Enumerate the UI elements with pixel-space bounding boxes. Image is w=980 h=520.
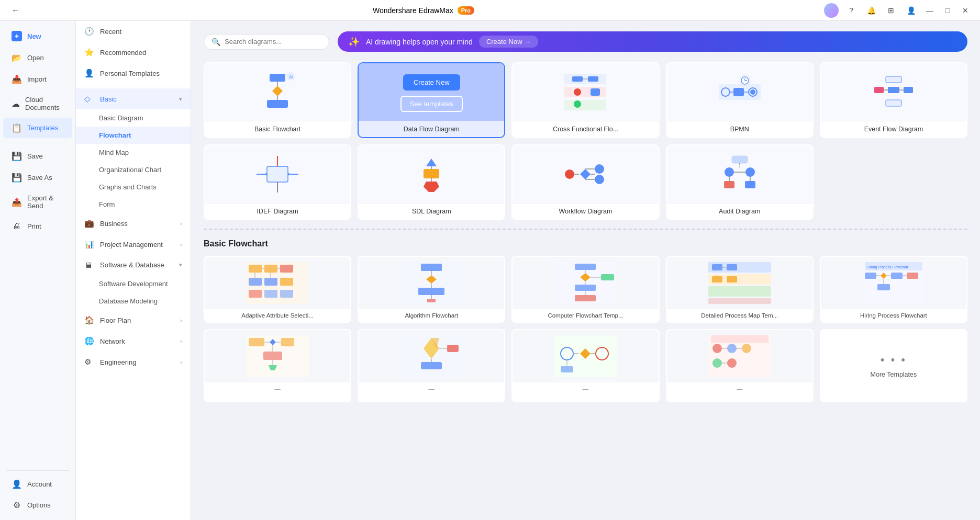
sidebar-item-import[interactable]: 📥 Import xyxy=(3,69,72,89)
svg-rect-65 xyxy=(264,265,277,273)
card-bpmn[interactable]: BPMN xyxy=(666,62,814,138)
titlebar: ← Wondershare EdrawMax Pro ? 🔔 ⊞ 👤 — □ ✕ xyxy=(0,0,980,21)
sidebar-item-export[interactable]: 📤 Export & Send xyxy=(3,189,72,215)
grid-button[interactable]: ⊞ xyxy=(884,3,898,18)
mid-item-business[interactable]: 💼 Business › xyxy=(76,213,191,234)
mid-item-personal[interactable]: 👤 Personal Templates xyxy=(76,63,191,84)
mid-sub-db-model[interactable]: Database Modeling xyxy=(76,292,191,310)
template-card-t7[interactable]: — xyxy=(358,329,505,402)
card-basic-flowchart[interactable]: AI Basic Flowchart xyxy=(204,62,351,138)
template-card-t5[interactable]: Hiring Process Flowchart Hiring Process … xyxy=(820,256,967,323)
cloud-icon: ☁ xyxy=(12,99,20,109)
ai-banner[interactable]: ✨ AI drawing helps open your mind Create… xyxy=(338,31,967,52)
mid-sub-orgchart-label: Organizational Chart xyxy=(99,166,161,174)
template-card-t3[interactable]: Computer Flowchart Temp... xyxy=(511,256,659,323)
svg-marker-48 xyxy=(580,169,591,179)
mid-sub-mindmap-label: Mind Map xyxy=(99,149,129,156)
mid-item-software-label: Software & Database xyxy=(100,261,164,269)
mid-item-project[interactable]: 📊 Project Management › xyxy=(76,234,191,255)
svg-rect-27 xyxy=(874,87,884,93)
mid-sub-form[interactable]: Form xyxy=(76,196,191,213)
mid-sub-orgchart[interactable]: Organizational Chart xyxy=(76,161,191,178)
mid-item-floorplan[interactable]: 🏠 Floor Plan › xyxy=(76,310,191,331)
template-card-t4[interactable]: Detailed Process Map Tem... xyxy=(666,256,814,323)
card-img-basic-flowchart: AI xyxy=(205,63,350,121)
svg-rect-9 xyxy=(564,100,606,110)
card-event-flow[interactable]: Event Flow Diagram xyxy=(820,62,967,138)
card-label-event-flow: Event Flow Diagram xyxy=(821,121,966,137)
sidebar-item-saveas[interactable]: 💾 Save As xyxy=(3,167,72,188)
svg-marker-84 xyxy=(427,299,436,302)
svg-rect-78 xyxy=(421,264,442,271)
mid-sub-graphs[interactable]: Graphs and Charts xyxy=(76,178,191,196)
mid-sub-sw-dev[interactable]: Software Development xyxy=(76,275,191,292)
ai-create-now-button[interactable]: Create Now → xyxy=(479,36,538,48)
svg-rect-64 xyxy=(249,265,262,273)
card-idef[interactable]: IDEF Diagram xyxy=(204,144,351,220)
maximize-button[interactable]: □ xyxy=(941,4,954,17)
template-card-t9[interactable]: — xyxy=(666,329,814,402)
network-icon: 🌐 xyxy=(84,336,95,346)
basic-arrow-icon: ▾ xyxy=(179,96,182,103)
card-label-cross-functional: Cross Functional Flo... xyxy=(513,121,658,137)
content-area: 🔍 ✨ AI drawing helps open your mind Crea… xyxy=(191,21,980,520)
mid-item-engineering[interactable]: ⚙ Engineering › xyxy=(76,352,191,372)
sidebar-item-open[interactable]: 📂 Open xyxy=(3,48,72,68)
avatar[interactable] xyxy=(824,3,839,18)
mid-sub-flowchart[interactable]: Flowchart xyxy=(76,127,191,144)
card-sdl[interactable]: SDL Diagram xyxy=(358,144,505,220)
sidebar-left-bottom: 👤 Account ⚙ Options xyxy=(0,467,75,516)
project-icon: 📊 xyxy=(84,240,95,249)
svg-point-14 xyxy=(574,100,581,108)
sidebar-item-save[interactable]: 💾 Save xyxy=(3,146,72,166)
mid-item-software[interactable]: 🖥 Software & Database ▾ xyxy=(76,255,191,275)
user-icon-button[interactable]: 👤 xyxy=(904,3,918,18)
card-cross-functional[interactable]: Cross Functional Flo... xyxy=(511,62,659,138)
svg-text:AI: AI xyxy=(289,74,294,80)
mid-item-basic[interactable]: ◇ Basic ▾ xyxy=(76,88,191,109)
card-img-workflow xyxy=(513,145,658,203)
svg-rect-18 xyxy=(733,88,744,96)
search-input[interactable] xyxy=(225,38,321,46)
svg-point-150 xyxy=(727,358,737,368)
tmpl-img-t9 xyxy=(667,330,812,382)
sidebar-item-new-label: New xyxy=(27,32,41,40)
template-card-t1[interactable]: Adaptive Attribute Selecti... xyxy=(204,256,351,323)
more-dots-icon: • • • xyxy=(881,353,907,367)
template-card-more[interactable]: • • • More Templates xyxy=(820,329,967,402)
tmpl-label-t1: Adaptive Attribute Selecti... xyxy=(205,309,350,322)
close-button[interactable]: ✕ xyxy=(959,4,972,17)
sidebar-item-new[interactable]: + New xyxy=(3,26,72,47)
mid-sub-basic-diagram[interactable]: Basic Diagram xyxy=(76,109,191,127)
bell-button[interactable]: 🔔 xyxy=(864,3,878,18)
sidebar-item-options[interactable]: ⚙ Options xyxy=(3,495,72,515)
back-button[interactable]: ← xyxy=(8,3,23,18)
mid-item-recommended[interactable]: ⭐ Recommended xyxy=(76,42,191,63)
mid-sub-mindmap[interactable]: Mind Map xyxy=(76,144,191,161)
see-templates-button[interactable]: See templates xyxy=(400,96,463,112)
sidebar-item-account[interactable]: 👤 Account xyxy=(3,474,72,494)
svg-rect-108 xyxy=(865,273,876,279)
sidebar-item-cloud[interactable]: ☁ Cloud Documents xyxy=(3,91,72,117)
business-arrow-icon: › xyxy=(180,220,182,227)
mid-item-recent[interactable]: 🕐 Recent xyxy=(76,21,191,42)
mid-item-network[interactable]: 🌐 Network › xyxy=(76,331,191,352)
help-button[interactable]: ? xyxy=(844,3,859,18)
minimize-button[interactable]: — xyxy=(923,4,936,17)
card-label-data-flow: Data Flow Diagram xyxy=(359,121,504,137)
template-card-t2[interactable]: Algorithm Flowchart xyxy=(358,256,505,323)
create-new-button[interactable]: Create New xyxy=(403,74,460,91)
card-data-flow[interactable]: Create New See templates Data Flow Diagr… xyxy=(358,62,505,138)
engineering-arrow-icon: › xyxy=(180,359,182,365)
save-icon: 💾 xyxy=(12,151,22,161)
sidebar-item-templates[interactable]: 📋 Templates xyxy=(3,118,72,138)
mid-sub-db-model-label: Database Modeling xyxy=(99,297,158,305)
card-workflow[interactable]: Workflow Diagram xyxy=(511,144,659,220)
template-card-t8[interactable]: — xyxy=(511,329,659,402)
sidebar-item-print[interactable]: 🖨 Print xyxy=(3,216,72,236)
ai-icon: ✨ xyxy=(348,36,360,48)
ai-banner-text: AI drawing helps open your mind xyxy=(366,38,473,46)
mid-divider-1 xyxy=(76,86,191,86)
card-audit[interactable]: Audit Diagram xyxy=(666,144,814,220)
template-card-t6[interactable]: — xyxy=(204,329,351,402)
